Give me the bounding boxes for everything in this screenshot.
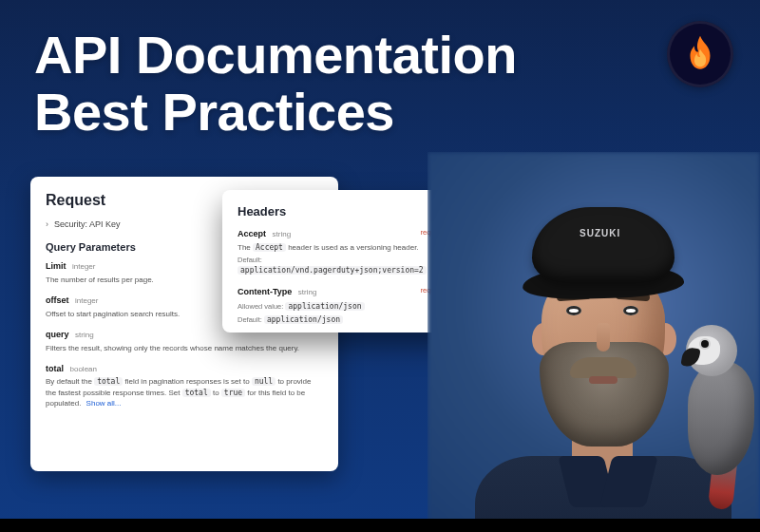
- t: to: [211, 389, 221, 397]
- parrot-body: [688, 361, 754, 475]
- header-allowed: Allowed value: application/json: [238, 301, 446, 313]
- header-content-type: Content-Type string required Allowed val…: [238, 286, 446, 326]
- param-desc: By default the total field in pagination…: [46, 376, 312, 408]
- eye: [566, 306, 581, 315]
- label: Default:: [238, 256, 262, 264]
- flame-icon: [683, 34, 717, 74]
- doc-card-headers: Headers Accept string required The Accep…: [222, 190, 462, 332]
- moustache: [570, 357, 636, 378]
- title-line-2: Best Practices: [34, 84, 517, 141]
- code: null: [252, 377, 276, 386]
- param-type: string: [75, 331, 94, 339]
- lip: [589, 376, 618, 384]
- header-accept: Accept string required The Accept header…: [238, 228, 446, 276]
- letterbox-bottom: [0, 519, 760, 532]
- header-default: Default: application/json: [238, 314, 446, 326]
- param-total: total boolean By default the total field…: [46, 363, 323, 408]
- show-all-link[interactable]: Show all...: [86, 399, 122, 408]
- t: The: [238, 243, 253, 252]
- code: application/json: [264, 315, 343, 324]
- header-desc: The Accept header is used as a versionin…: [238, 242, 446, 253]
- param-name: Limit: [46, 260, 66, 273]
- code: total: [94, 377, 123, 386]
- param-desc: Filters the result, showing only the rec…: [46, 343, 312, 353]
- param-type: integer: [72, 262, 95, 271]
- header-default: Default: application/vnd.pagerduty+json;…: [238, 256, 446, 276]
- code: application/vnd.pagerduty+json;version=2: [238, 266, 427, 275]
- header-type: string: [273, 230, 292, 238]
- code: application/json: [285, 302, 364, 311]
- label: Default:: [238, 315, 262, 324]
- brand-badge: [667, 21, 733, 87]
- header-name: Accept: [238, 228, 266, 240]
- chevron-right-icon: ›: [46, 218, 48, 231]
- param-type: integer: [75, 296, 98, 305]
- t: header is used as a versioning header.: [286, 243, 419, 252]
- parrot-eye: [701, 340, 709, 348]
- security-label: Security: API Key: [54, 218, 121, 231]
- presenter-photo: SUZUKI: [428, 152, 760, 532]
- t: By default the: [46, 377, 94, 386]
- presenter: SUZUKI: [466, 190, 722, 532]
- header-name: Content-Type: [238, 286, 292, 298]
- cap: [532, 207, 674, 283]
- video-title: API Documentation Best Practices: [34, 27, 517, 142]
- param-type: boolean: [70, 365, 97, 373]
- cap-logo-text: SUZUKI: [580, 228, 620, 238]
- param-name: query: [46, 329, 69, 341]
- header-type: string: [298, 288, 317, 296]
- code: true: [221, 389, 245, 397]
- t: field in pagination responses is set to: [123, 377, 252, 386]
- eye: [623, 306, 638, 315]
- param-name: total: [46, 363, 64, 375]
- nose: [597, 323, 610, 352]
- code: total: [182, 389, 211, 397]
- label: Allowed value:: [238, 302, 283, 311]
- parrot: [682, 319, 760, 500]
- param-name: offset: [46, 294, 69, 307]
- thumbnail-stage: API Documentation Best Practices Request…: [0, 0, 760, 532]
- headers-heading: Headers: [238, 203, 446, 220]
- code: Accept: [253, 243, 286, 252]
- title-line-1: API Documentation: [34, 27, 517, 84]
